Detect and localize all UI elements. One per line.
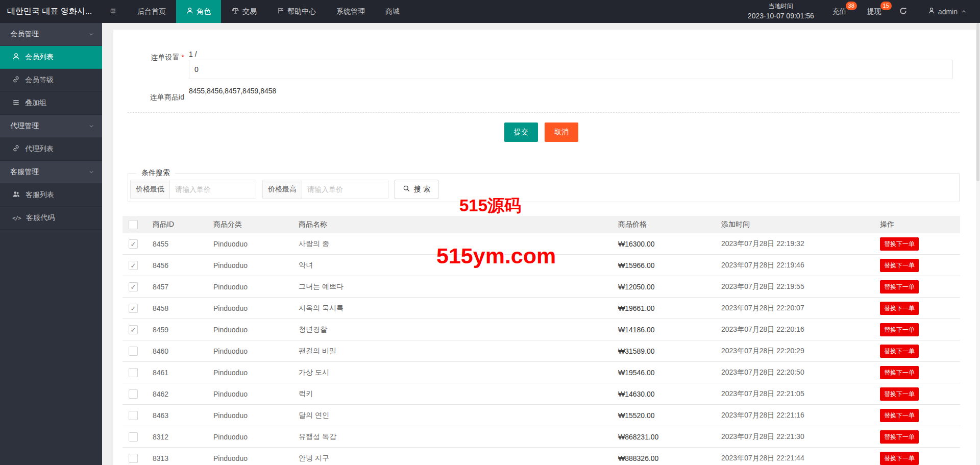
- nav-item-label: 系统管理: [336, 7, 365, 16]
- nav-item-label: 提现: [867, 7, 881, 16]
- nav-item-help-center[interactable]: 帮助中心: [267, 0, 326, 23]
- sidebar-group-member[interactable]: 会员管理: [0, 23, 102, 46]
- sidebar-item-member-list[interactable]: 会员列表: [0, 46, 102, 69]
- product-id-cell: 8312: [153, 433, 213, 441]
- scrollbar-thumb[interactable]: [976, 23, 979, 181]
- product-category-cell: Pinduoduo: [213, 433, 299, 441]
- row-checkbox[interactable]: ✓: [129, 282, 138, 291]
- row-checkbox[interactable]: ✓: [129, 432, 138, 442]
- search-button[interactable]: 搜 索: [395, 180, 438, 199]
- price-max-group: 价格最高: [262, 180, 388, 199]
- product-name-cell: 지옥의 묵시록: [299, 304, 618, 313]
- replace-next-order-button[interactable]: 替换下一单: [880, 452, 919, 465]
- nav-item-system[interactable]: 系统管理: [326, 0, 375, 23]
- replace-next-order-button[interactable]: 替换下一单: [880, 280, 919, 293]
- product-name-cell: 럭키: [299, 389, 618, 399]
- table-row: ✓ 8456 Pinduoduo 악녀 ₩15966.00 2023年07月28…: [122, 255, 960, 276]
- nav-item-mall[interactable]: 商城: [375, 0, 410, 23]
- product-category-cell: Pinduoduo: [213, 240, 299, 248]
- nav-item-label: 帮助中心: [287, 7, 316, 16]
- row-checkbox[interactable]: ✓: [129, 261, 138, 270]
- product-category-cell: Pinduoduo: [213, 454, 299, 462]
- main-area: 连单设置* 1 / 连单商品id 8455,8456,8457,8459,845…: [102, 23, 980, 465]
- search-bar: 价格最低 价格最高 搜 索: [130, 180, 959, 199]
- cancel-button[interactable]: 取消: [545, 123, 578, 142]
- scrollbar[interactable]: [976, 23, 980, 465]
- table-row: ✓ 8458 Pinduoduo 지옥의 묵시록 ₩19661.00 2023年…: [122, 298, 960, 319]
- product-id-cell: 8463: [153, 411, 213, 420]
- row-checkbox[interactable]: ✓: [129, 347, 138, 356]
- table-row: ✓ 8459 Pinduoduo 청년경찰 ₩14186.00 2023年07月…: [122, 319, 960, 340]
- nav-item-label: 后台首页: [137, 7, 166, 16]
- row-checkbox[interactable]: ✓: [129, 325, 138, 334]
- replace-next-order-button[interactable]: 替换下一单: [880, 430, 919, 444]
- nav-item-trade[interactable]: 交易: [221, 0, 267, 23]
- product-time-cell: 2023年07月28日 22:20:07: [721, 304, 880, 313]
- dashed-divider: [128, 112, 960, 113]
- product-time-cell: 2023年07月28日 22:21:16: [721, 411, 880, 420]
- price-min-input[interactable]: [170, 180, 256, 199]
- replace-next-order-button[interactable]: 替换下一单: [880, 237, 919, 251]
- nav-item-role[interactable]: 角色: [176, 0, 221, 23]
- nav-item-label: 商城: [385, 7, 400, 16]
- product-category-cell: Pinduoduo: [213, 326, 299, 334]
- search-button-label: 搜 索: [414, 185, 430, 194]
- product-name-cell: 달의 연인: [299, 411, 618, 420]
- replace-next-order-button[interactable]: 替换下一单: [880, 387, 919, 401]
- flag-icon: [277, 7, 287, 16]
- person-icon: [186, 7, 197, 16]
- refresh-button[interactable]: [892, 0, 918, 23]
- replace-next-order-button[interactable]: 替换下一单: [880, 302, 919, 315]
- sidebar-item-service-code[interactable]: </> 客服代码: [0, 207, 102, 230]
- product-category-cell: Pinduoduo: [213, 369, 299, 377]
- hamburger-icon: [109, 7, 120, 16]
- price-max-input[interactable]: [302, 180, 388, 199]
- product-category-cell: Pinduoduo: [213, 283, 299, 291]
- row-checkbox[interactable]: ✓: [129, 239, 138, 249]
- nav-item-withdraw[interactable]: 提现 15: [857, 0, 892, 23]
- select-all-checkbox[interactable]: ✓: [129, 220, 138, 229]
- product-price-cell: ₩16300.00: [618, 240, 721, 248]
- sidebar-item-agent-list[interactable]: 代理列表: [0, 138, 102, 161]
- row-checkbox[interactable]: ✓: [129, 411, 138, 420]
- replace-next-order-button[interactable]: 替换下一单: [880, 345, 919, 358]
- sidebar-group-service[interactable]: 客服管理: [0, 161, 102, 184]
- nav-item-label: 交易: [242, 7, 257, 16]
- table-row: ✓ 8460 Pinduoduo 팬걸의 비밀 ₩31589.00 2023年0…: [122, 340, 960, 362]
- row-checkbox[interactable]: ✓: [129, 368, 138, 377]
- column-header: 操作: [880, 220, 960, 229]
- chain-order-input[interactable]: [189, 60, 953, 79]
- replace-next-order-button[interactable]: 替换下一单: [880, 323, 919, 336]
- sidebar-collapse-button[interactable]: [102, 0, 127, 23]
- chain-order-hint: 1 /: [189, 50, 197, 58]
- topbar-spacer: [410, 0, 740, 23]
- sidebar-item-member-level[interactable]: 会员等级: [0, 69, 102, 92]
- chevron-down-icon: [89, 122, 94, 130]
- submit-button[interactable]: 提交: [504, 123, 538, 142]
- table-row: ✓ 8457 Pinduoduo 그녀는 예쁘다 ₩12050.00 2023年…: [122, 276, 960, 298]
- replace-next-order-button[interactable]: 替换下一单: [880, 366, 919, 379]
- column-header: 商品ID: [153, 220, 213, 229]
- nav-item-recharge[interactable]: 充值 38: [822, 0, 857, 23]
- row-checkbox[interactable]: ✓: [129, 389, 138, 399]
- nav-item-dashboard[interactable]: 后台首页: [127, 0, 176, 23]
- row-checkbox[interactable]: ✓: [129, 304, 138, 313]
- replace-next-order-button[interactable]: 替换下一单: [880, 409, 919, 422]
- product-name-cell: 청년경찰: [299, 325, 618, 334]
- product-category-cell: Pinduoduo: [213, 411, 299, 420]
- product-price-cell: ₩14630.00: [618, 390, 721, 398]
- replace-next-order-button[interactable]: 替换下一单: [880, 259, 919, 272]
- product-price-cell: ₩15520.00: [618, 411, 721, 420]
- link-icon: [12, 76, 25, 85]
- product-category-cell: Pinduoduo: [213, 390, 299, 398]
- row-checkbox[interactable]: ✓: [129, 454, 138, 463]
- product-category-cell: Pinduoduo: [213, 304, 299, 312]
- sidebar-item-service-list[interactable]: 客服列表: [0, 184, 102, 207]
- list-icon: [12, 99, 25, 108]
- sidebar-item-stack-group[interactable]: 叠加组: [0, 92, 102, 115]
- column-header: 商品名称: [299, 220, 618, 229]
- product-price-cell: ₩19546.00: [618, 369, 721, 377]
- sidebar-group-agent[interactable]: 代理管理: [0, 115, 102, 138]
- product-price-cell: ₩15966.00: [618, 261, 721, 270]
- user-menu[interactable]: admin: [918, 0, 980, 23]
